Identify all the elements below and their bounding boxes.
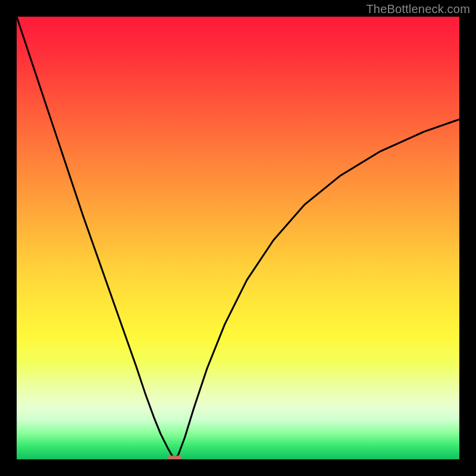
- bottleneck-curve: [17, 17, 459, 459]
- chart-frame: TheBottleneck.com: [0, 0, 476, 476]
- watermark-text: TheBottleneck.com: [366, 2, 470, 16]
- minimum-marker: [174, 456, 182, 459]
- plot-area: [17, 17, 459, 459]
